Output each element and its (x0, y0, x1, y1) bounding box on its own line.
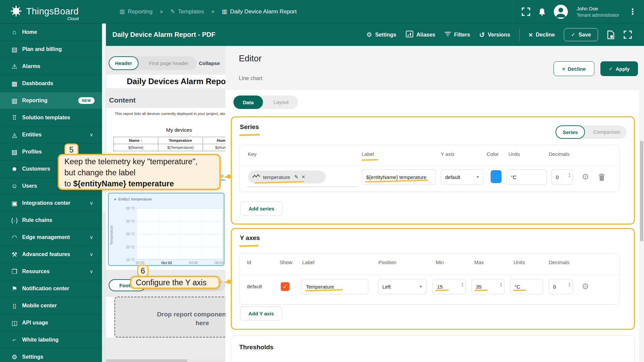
check-icon: ✓ (609, 66, 613, 72)
pencil-icon[interactable]: ✎ (294, 174, 299, 180)
tab-first-page-header[interactable]: First page header (144, 56, 194, 70)
preview-hscrollbar[interactable] (106, 359, 225, 362)
sidebar-item-label: Resources (22, 268, 50, 275)
sidebar-item-icon: ❒ (9, 268, 20, 276)
sidebar-scrollbar[interactable] (102, 23, 106, 362)
sidebar-item[interactable]: ◬ Entities ∨ (0, 126, 102, 143)
collapse-button[interactable]: Collapse (199, 56, 225, 70)
expand-fullscreen-icon[interactable] (624, 31, 632, 39)
stepper-arrows-icon[interactable]: ▴▾ (462, 282, 463, 287)
series-settings-gear-icon[interactable]: ⚙ (582, 173, 589, 181)
report-table-value-row: ${Name}${Temperature}${Humidity} (114, 144, 226, 151)
sidebar-item[interactable]: ⌐ White labeling (0, 331, 102, 348)
legend-dot-icon: ● (114, 197, 116, 201)
editor-scrollbar[interactable] (639, 46, 644, 362)
series-color-swatch[interactable] (490, 170, 502, 183)
thresholds-card: Thresholds (231, 335, 635, 362)
sidebar-item[interactable]: ❒ Resources ∨ (0, 263, 102, 280)
settings-button[interactable]: ⚙ Settings (366, 31, 396, 39)
add-y-axis-button[interactable]: Add Y axis (240, 306, 282, 320)
sidebar-item[interactable]: ▦ Dashboards (0, 75, 102, 92)
decline-button[interactable]: × Decline (529, 31, 555, 39)
breadcrumb: ▥ Reporting > ✎ Templates > ▥ Daily Devi… (119, 8, 297, 15)
sidebar-item[interactable]: ▣ Integrations center ∨ (0, 194, 102, 212)
remove-key-icon[interactable]: × (302, 174, 305, 180)
stepper-arrows-icon[interactable]: ▴▾ (500, 282, 502, 287)
add-series-button[interactable]: Add series (240, 201, 283, 216)
step-6-badge: 6 (137, 265, 149, 277)
stepper-arrows-icon[interactable]: ▴▾ (569, 172, 570, 178)
y-axis-settings-gear-icon[interactable]: ⚙ (582, 282, 589, 291)
breadcrumb-item[interactable]: ▥ Reporting (119, 8, 153, 15)
y-axis-units-input[interactable]: °C (510, 279, 543, 294)
content-section-label: Content (109, 96, 136, 104)
series-units-input[interactable]: °C (506, 169, 547, 185)
y-axis-decimals-stepper[interactable]: 0 ▴▾ (549, 279, 573, 294)
sidebar-item[interactable]: ⟨·⟩ Rule chains (0, 212, 102, 229)
report-header-block[interactable]: Daily Devices Alarm Report (106, 75, 225, 88)
sidebar-item-label: Rule chains (22, 217, 52, 223)
col-y-axis: Y axis (441, 151, 454, 157)
user-info[interactable]: John Doe Tenant administrator (577, 5, 619, 18)
drop-zone[interactable]: Drop report components from here (114, 297, 225, 338)
tab-layout[interactable]: Layout (268, 96, 294, 109)
series-decimals-stepper[interactable]: 0 ▴▾ (551, 169, 573, 185)
sidebar-item-icon: ▧ (9, 148, 20, 156)
sidebar-item[interactable]: ⚠ Alarms (0, 58, 102, 75)
toolbar-divider (519, 28, 520, 41)
dropdown-arrow-icon: ▼ (419, 285, 423, 289)
sidebar-item[interactable]: ◫ API usage (0, 314, 102, 331)
sidebar-item[interactable]: ▯ Mobile center (0, 297, 102, 314)
breadcrumb-separator: > (209, 9, 217, 14)
sidebar-item[interactable]: ⠿ Solution templates (0, 109, 102, 126)
save-button[interactable]: ✓ Save (564, 28, 598, 41)
versions-button[interactable]: ↺ Versions (479, 31, 510, 39)
preview-hscrollbar-thumb[interactable] (106, 359, 187, 362)
kebab-menu-icon[interactable]: ⋮ (627, 7, 638, 16)
toggle-comparison[interactable]: Comparison (588, 125, 625, 139)
notifications-bell-icon[interactable] (538, 8, 546, 16)
min-stepper[interactable]: 15 ▴▾ (433, 279, 466, 294)
sidebar-item[interactable]: ◠ Edge management ∨ (0, 229, 102, 246)
line-chart-widget[interactable]: ● Entity1 temperature Temperature 35 °C3… (108, 193, 224, 266)
fullscreen-icon[interactable] (522, 7, 530, 16)
series-y-axis-select[interactable]: default ▼ (441, 169, 483, 185)
max-stepper[interactable]: 35 ▴▾ (472, 279, 504, 294)
breadcrumb-item[interactable]: ✎ Templates (170, 8, 204, 15)
sidebar-item[interactable]: ▥ Reporting NEW (0, 92, 102, 109)
tab-header[interactable]: Header (109, 56, 139, 70)
aliases-button[interactable]: Aliases (406, 31, 435, 39)
report-table[interactable]: Name ↑TemperatureHumidity ${Name}${Tempe… (113, 137, 225, 151)
filters-button[interactable]: Filters (444, 32, 470, 38)
sidebar-item-label: API usage (22, 320, 48, 326)
header-divider (239, 274, 620, 275)
series-card: Series Series Comparison Key Label Y axi… (231, 116, 635, 225)
show-checkbox[interactable]: ✓ (281, 282, 289, 291)
y-axis-units-value: °C (515, 284, 520, 290)
y-axes-card: Y axes Id Show Label Position Min Max Un… (231, 228, 635, 330)
close-icon: × (529, 31, 533, 39)
series-delete-icon[interactable] (598, 173, 605, 183)
editor-apply-button[interactable]: ✓ Apply (600, 61, 638, 76)
stepper-arrows-icon[interactable]: ▴▾ (569, 282, 570, 287)
position-select[interactable]: Left ▼ (378, 279, 426, 294)
sidebar-item[interactable]: ▤ Plan and billing (0, 41, 102, 58)
breadcrumb-item[interactable]: ▥ Daily Device Alarm Report (222, 8, 297, 15)
key-input-underline (248, 187, 357, 187)
editor-decline-button[interactable]: × Decline (553, 61, 594, 76)
sidebar-item-label: Entities (22, 132, 42, 138)
sidebar-item[interactable]: ⌂ Home (0, 23, 102, 41)
tab-data[interactable]: Data (233, 96, 263, 109)
step-5-line-3-bold: ${entityName} temperature (73, 179, 174, 188)
sidebar-item[interactable]: ⚙ Settings (0, 348, 102, 362)
drop-zone-text: Drop report components from here (115, 310, 225, 327)
editor-scrollbar-thumb[interactable] (640, 141, 643, 241)
series-label-input[interactable]: ${entityName} temperature (362, 169, 436, 185)
sidebar-item[interactable]: ⚒ Advanced features ∨ (0, 246, 102, 263)
toggle-series[interactable]: Series (555, 125, 585, 139)
report-preview-icon[interactable] (607, 31, 614, 39)
sidebar-item[interactable]: ⚑ Notification center (0, 280, 102, 297)
y-axis-label-input[interactable]: Temperature (302, 279, 368, 294)
brand-logo[interactable]: ThingsBoard Cloud (9, 4, 83, 20)
avatar[interactable] (554, 5, 568, 19)
